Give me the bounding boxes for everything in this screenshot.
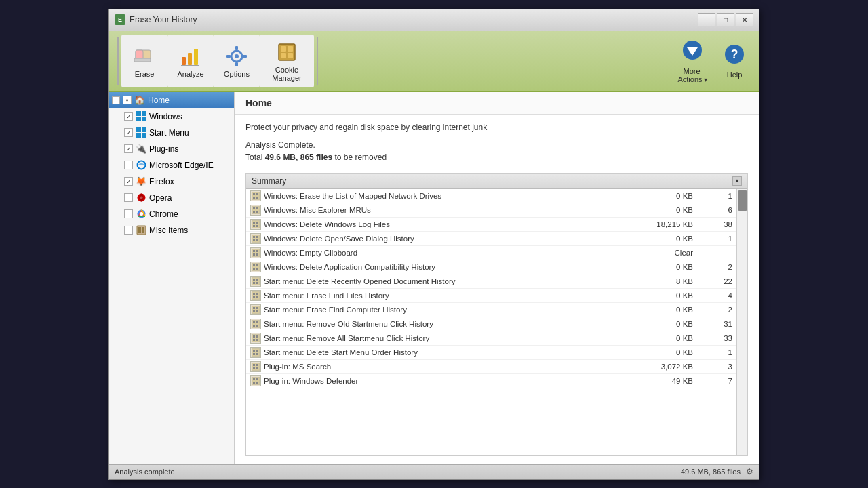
checkbox-home[interactable] — [123, 96, 132, 104]
svg-rect-92 — [252, 334, 260, 342]
svg-rect-28 — [136, 133, 141, 138]
row-name: Plug-in: Windows Defender — [250, 375, 644, 386]
expand-home[interactable]: − — [112, 96, 120, 104]
svg-rect-95 — [253, 339, 255, 341]
row-icon — [250, 347, 261, 358]
row-count: 1 — [698, 192, 732, 200]
sidebar-item-chrome[interactable]: Chrome — [109, 206, 234, 222]
svg-rect-11 — [226, 55, 231, 58]
svg-text:?: ? — [731, 47, 738, 61]
svg-rect-44 — [256, 193, 258, 195]
svg-rect-81 — [256, 296, 258, 298]
row-count: 3 — [698, 363, 732, 371]
svg-rect-4 — [188, 53, 192, 65]
sidebar-label-misc: Misc Items — [149, 226, 230, 235]
svg-rect-47 — [252, 206, 260, 214]
analyze-button-label: Analyze — [177, 70, 203, 78]
sidebar-label-firefox: Firefox — [149, 177, 230, 186]
row-size: 18,215 KB — [644, 220, 698, 228]
svg-rect-84 — [256, 307, 258, 309]
svg-rect-89 — [256, 321, 258, 323]
scroll-up-button[interactable]: ▲ — [732, 176, 742, 186]
svg-rect-45 — [253, 197, 255, 199]
checkbox-start-menu[interactable] — [124, 128, 133, 137]
help-button[interactable]: ? Help — [715, 35, 753, 87]
table-row: Start menu: Delete Start Menu Order Hist… — [246, 346, 736, 360]
sidebar-item-plugins[interactable]: 🔌 Plug-ins — [109, 141, 234, 157]
maximize-button[interactable]: □ — [717, 13, 734, 26]
row-name: Plug-in: MS Search — [250, 361, 644, 372]
svg-rect-98 — [253, 350, 255, 352]
svg-rect-56 — [256, 225, 258, 227]
analyze-icon — [178, 44, 203, 68]
row-name: Start menu: Erase Find Computer History — [250, 304, 644, 315]
cookie-manager-label: CookieManager — [272, 66, 301, 82]
table-row: Start menu: Erase Find Files History 0 K… — [246, 289, 736, 303]
svg-rect-79 — [256, 293, 258, 295]
options-button[interactable]: Options — [214, 35, 260, 87]
sidebar-item-windows[interactable]: Windows — [109, 108, 234, 125]
sidebar-item-opera[interactable]: Opera — [109, 190, 234, 206]
row-icon — [250, 219, 261, 230]
privacy-text: Protect your privacy and regain disk spa… — [245, 123, 748, 132]
svg-rect-50 — [253, 211, 255, 213]
row-name: Start menu: Remove Old Startmenu Click H… — [250, 319, 644, 329]
summary-table: Windows: Erase the List of Mapped Networ… — [246, 189, 736, 455]
sidebar-item-misc[interactable]: Misc Items — [109, 222, 234, 239]
svg-rect-16 — [281, 53, 286, 58]
checkbox-edge[interactable] — [124, 161, 133, 169]
scrollbar[interactable] — [736, 189, 747, 455]
more-arrow-icon — [680, 38, 705, 67]
svg-rect-59 — [256, 236, 258, 238]
svg-rect-63 — [253, 250, 255, 252]
svg-rect-96 — [256, 339, 258, 341]
sidebar-label-edge: Microsoft Edge/IE — [149, 161, 230, 170]
checkbox-windows[interactable] — [124, 112, 133, 121]
table-row: Plug-in: Windows Defender 49 KB 7 — [246, 374, 736, 388]
cookie-manager-button[interactable]: CookieManager — [260, 35, 314, 87]
row-count: 38 — [698, 220, 732, 228]
status-right: 49.6 MB, 865 files ⚙ — [681, 467, 753, 476]
svg-rect-73 — [253, 279, 255, 281]
row-icon — [250, 247, 261, 258]
svg-rect-55 — [253, 225, 255, 227]
svg-rect-103 — [253, 364, 255, 366]
more-button[interactable]: More Actions ▾ — [669, 35, 715, 87]
row-name: Start menu: Erase Find Files History — [250, 290, 644, 301]
svg-rect-24 — [136, 117, 141, 121]
checkbox-chrome[interactable] — [124, 209, 133, 218]
svg-rect-3 — [182, 57, 186, 65]
svg-rect-86 — [256, 310, 258, 312]
close-button[interactable]: ✕ — [736, 13, 753, 26]
start-menu-icon — [136, 127, 146, 138]
sidebar-label-opera: Opera — [149, 193, 230, 203]
svg-rect-72 — [252, 277, 260, 285]
analyze-button[interactable]: Analyze — [167, 35, 214, 87]
sidebar-item-firefox[interactable]: 🦊 Firefox — [109, 174, 234, 190]
minimize-button[interactable]: − — [698, 13, 715, 26]
sidebar-item-edge[interactable]: Microsoft Edge/IE — [109, 157, 234, 174]
row-count: 2 — [698, 263, 732, 271]
row-name: Start menu: Delete Start Menu Order Hist… — [250, 347, 644, 358]
svg-rect-60 — [253, 239, 255, 241]
checkbox-misc[interactable] — [124, 226, 133, 235]
row-size: 0 KB — [644, 206, 698, 214]
checkbox-opera[interactable] — [124, 193, 133, 202]
sidebar-item-home[interactable]: − 🏠 Home — [109, 92, 234, 108]
row-name: Windows: Delete Application Compatibilit… — [250, 262, 644, 272]
help-icon: ? — [723, 43, 746, 70]
svg-rect-40 — [138, 230, 141, 233]
checkbox-plugins[interactable] — [124, 144, 133, 153]
table-row: Start menu: Remove All Startmenu Click H… — [246, 331, 736, 346]
window-title: Erase Your History — [130, 15, 698, 24]
row-count: 1 — [698, 348, 732, 357]
svg-rect-14 — [281, 46, 286, 52]
checkbox-firefox[interactable] — [124, 177, 133, 186]
svg-rect-91 — [256, 325, 258, 327]
erase-button[interactable]: Erase — [121, 35, 167, 87]
sidebar-item-start-menu[interactable]: Start Menu — [109, 125, 234, 141]
toolbar-separator-left — [117, 37, 119, 85]
svg-rect-52 — [252, 220, 260, 228]
svg-rect-88 — [253, 321, 255, 323]
row-count: 7 — [698, 377, 732, 385]
